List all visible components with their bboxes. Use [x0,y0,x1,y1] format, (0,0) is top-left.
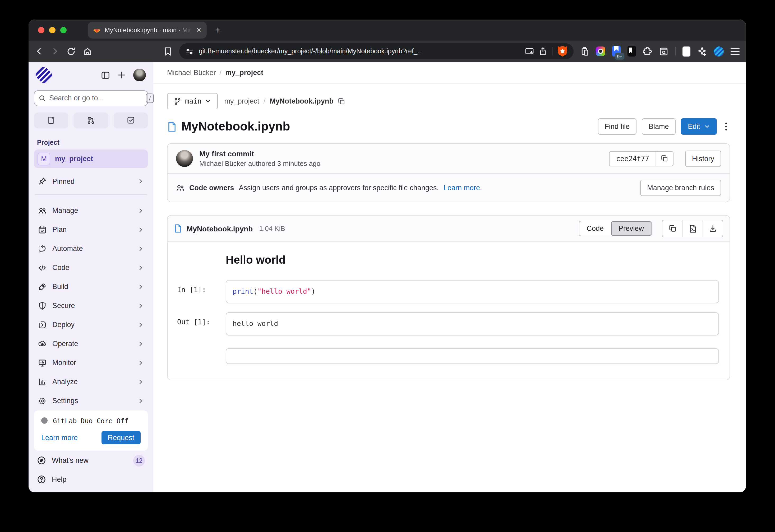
file-page: main my_project / MyNotebook.ipynb [153,84,746,380]
commit-message[interactable]: My first commit [199,150,320,158]
code-cell[interactable]: print("hello world") [226,280,719,303]
menu-icon[interactable] [731,48,740,55]
sidebar-item-analyze[interactable]: Analyze [34,372,148,391]
sidebar-item-plan[interactable]: Plan [34,220,148,239]
copy-sha-icon[interactable] [656,151,673,166]
branch-selector[interactable]: main [167,93,218,109]
clipboard-extension-icon[interactable] [581,46,589,56]
url-text[interactable]: git.fh-muenster.de/buecker/my_project/-/… [199,48,520,55]
sidebar-item-pinned[interactable]: Pinned [34,172,148,190]
breadcrumb-project[interactable]: my_project [225,69,263,77]
edit-button[interactable]: Edit [681,118,717,135]
page-search-extension-icon[interactable] [659,47,668,56]
users-icon [176,184,184,192]
sidebar-item-operate[interactable]: Operate [34,334,148,353]
output-cell: hello world [226,312,719,335]
more-options-icon[interactable] [722,123,730,131]
code-owners-learn-more-link[interactable]: Learn more. [444,184,482,192]
vpn-globe-icon[interactable] [714,46,724,56]
notebook-input-cell: In [1]: print("hello world") [177,280,719,303]
camera-extension-icon[interactable] [596,46,605,56]
merge-requests-shortcut-button[interactable] [74,113,108,128]
help-item[interactable]: Help [34,470,148,488]
open-raw-icon[interactable] [683,220,703,237]
file-viewer: MyNotebook.ipynb 1.04 KiB Code Preview [167,215,730,380]
file-icon [174,224,182,233]
fh-muenster-logo[interactable] [34,65,54,85]
reader-extension-icon[interactable] [628,46,636,57]
help-label: Help [52,475,67,483]
urlbar-divider [552,47,553,55]
tab-code[interactable]: Code [579,221,611,236]
window-controls[interactable] [38,27,67,33]
issues-shortcut-button[interactable] [34,113,68,128]
create-new-icon[interactable] [117,71,126,79]
site-settings-icon[interactable] [185,47,193,55]
file-actions: Find file Blame Edit [598,118,730,135]
path-project[interactable]: my_project [224,97,259,105]
address-bar[interactable]: git.fh-muenster.de/buecker/my_project/-/… [179,43,574,59]
user-avatar[interactable] [133,69,146,81]
extensions-puzzle-icon[interactable] [643,46,652,56]
home-icon[interactable] [83,47,92,56]
duo-request-button[interactable]: Request [101,431,141,444]
sidebar-item-secure[interactable]: Secure [34,296,148,315]
bookmarks-extension-icon[interactable]: 9+ [612,46,621,57]
browser-window: MyNotebook.ipynb · main · Mic ✕ + [29,20,746,492]
close-window-button[interactable] [38,27,44,33]
minimize-window-button[interactable] [49,27,55,33]
commit-author-avatar[interactable] [176,150,193,167]
sidebar-toggle-icon[interactable] [683,46,690,56]
commit-card: My first commit Michael Bücker authored … [167,143,730,202]
file-path-breadcrumb: my_project / MyNotebook.ipynb [224,97,345,105]
copy-path-icon[interactable] [338,97,345,105]
gitlab-favicon [93,26,100,34]
whats-new-item[interactable]: What's new 12 [34,452,148,469]
last-commit-row: My first commit Michael Bücker authored … [168,144,730,173]
copy-contents-icon[interactable] [662,220,683,237]
extensions-area: 9+ [581,46,740,57]
sidebar-item-my-project[interactable]: M my_project [34,150,148,168]
brave-shields-icon[interactable] [558,46,567,57]
blame-button[interactable]: Blame [642,118,676,135]
sidebar-item-deploy[interactable]: Deploy [34,315,148,334]
collapse-sidebar-icon[interactable] [101,71,110,80]
sidebar-item-automate[interactable]: Automate [34,239,148,258]
bookmarks-badge: 9+ [615,53,624,60]
new-tab-button[interactable]: + [215,25,221,36]
sidebar-item-settings[interactable]: Settings [34,391,148,410]
search-input[interactable] [49,94,143,102]
duo-learn-more-link[interactable]: Learn more [41,434,78,442]
download-icon[interactable] [703,220,723,237]
extensions-divider [675,47,676,55]
commit-sha[interactable]: cee24f77 [610,151,656,166]
code-owners-description: Assign users and groups as approvers for… [239,184,439,192]
sidebar-item-build[interactable]: Build [34,277,148,296]
leo-ai-icon[interactable] [697,46,707,56]
main-area: Michael Bücker / my_project main my_proj… [153,62,746,492]
breadcrumb-user[interactable]: Michael Bücker [167,69,216,77]
sidebar-item-code[interactable]: Code [34,258,148,277]
browser-tab[interactable]: MyNotebook.ipynb · main · Mic ✕ [88,22,207,39]
maximize-window-button[interactable] [60,27,67,33]
breadcrumb: Michael Bücker / my_project [153,62,746,84]
back-icon[interactable] [35,47,43,55]
forward-icon[interactable] [51,47,59,55]
find-file-button[interactable]: Find file [598,118,637,135]
reload-icon[interactable] [67,47,76,56]
branch-name: main [185,97,202,105]
path-file[interactable]: MyNotebook.ipynb [269,97,333,105]
manage-branch-rules-button[interactable]: Manage branch rules [640,180,721,196]
search-box[interactable]: / [34,90,148,106]
duo-status-dot [41,418,48,424]
sidebar-item-manage[interactable]: Manage [34,201,148,220]
history-button[interactable]: History [685,150,721,167]
bookmark-icon[interactable] [164,47,172,56]
output-prompt: Out [1]: [177,312,226,335]
todo-shortcut-button[interactable] [113,113,148,128]
tab-close-icon[interactable]: ✕ [196,26,201,34]
tab-preview[interactable]: Preview [611,221,651,236]
sidebar-item-monitor[interactable]: Monitor [34,353,148,372]
share-icon[interactable] [539,47,547,55]
cast-icon[interactable] [525,47,534,55]
